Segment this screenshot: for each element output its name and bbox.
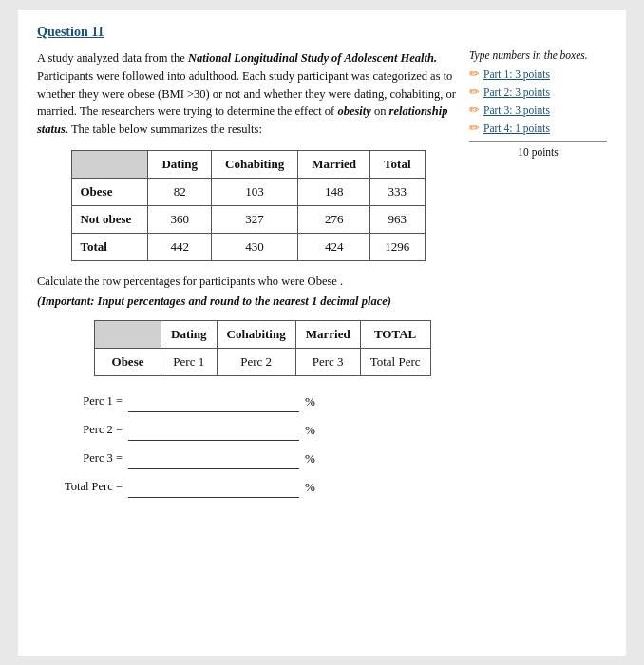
pencil-icon-4: ✏ — [469, 121, 480, 136]
perc-col-dating: Dating — [161, 320, 218, 348]
col-dating: Dating — [148, 150, 212, 178]
obese-total: 333 — [370, 178, 425, 205]
content-area: A study analyzed data from the National … — [37, 49, 607, 505]
perc-col-total: TOTAL — [360, 320, 430, 348]
sidebar-part1[interactable]: ✏ Part 1: 3 points — [469, 66, 607, 82]
col-total: Total — [370, 150, 425, 178]
perc2-percent: % — [305, 423, 315, 438]
notobese-married: 276 — [298, 205, 370, 233]
obese-dating: 82 — [148, 178, 212, 205]
calculate-text: Calculate the row percentages for partic… — [37, 275, 460, 289]
sidebar-part3-link[interactable]: Part 3: 3 points — [483, 104, 550, 116]
sidebar-part1-link[interactable]: Part 1: 3 points — [483, 68, 550, 80]
sidebar-type-label: Type numbers in the boxes. — [469, 49, 607, 61]
important-text: (Important: Input percentages and round … — [37, 294, 460, 309]
perc-cell-3: Perc 3 — [295, 348, 360, 375]
perc-cell-2: Perc 2 — [217, 348, 295, 375]
total-cohabiting: 430 — [212, 233, 298, 260]
totalperc-input[interactable] — [128, 477, 299, 498]
sidebar-part2-link[interactable]: Part 2: 3 points — [483, 86, 550, 98]
sidebar-part4[interactable]: ✏ Part 4: 1 points — [469, 121, 607, 136]
sidebar: Type numbers in the boxes. ✏ Part 1: 3 p… — [469, 49, 607, 505]
perc-cell-total: Total Perc — [360, 348, 430, 375]
perc3-input[interactable] — [128, 448, 299, 469]
perc2-input[interactable] — [128, 420, 299, 441]
input-row-totalperc: Total Perc = % — [37, 477, 460, 498]
obese-cohabiting: 103 — [212, 178, 298, 205]
row-notobese-label: Not obese — [72, 205, 148, 233]
input-row-perc3: Perc 3 = % — [37, 448, 460, 469]
notobese-cohabiting: 327 — [212, 205, 298, 233]
input-row-perc1: Perc 1 = % — [37, 391, 460, 412]
total-total: 1296 — [370, 233, 425, 260]
input-row-perc2: Perc 2 = % — [37, 420, 460, 441]
row-total-label: Total — [72, 233, 148, 260]
input-section: Perc 1 = % Perc 2 = % Perc 3 = % Total P… — [37, 391, 460, 498]
perc-row-obese-label: Obese — [95, 348, 161, 375]
perc-table: Dating Cohabiting Married TOTAL Obese Pe… — [94, 320, 431, 376]
data-table: Dating Cohabiting Married Total Obese 82… — [71, 150, 425, 261]
sidebar-part3[interactable]: ✏ Part 3: 3 points — [469, 103, 607, 118]
pencil-icon-1: ✏ — [469, 66, 480, 82]
sidebar-divider — [469, 141, 607, 142]
perc1-label: Perc 1 = — [37, 394, 123, 408]
notobese-dating: 360 — [148, 205, 212, 233]
page: Question 11 A study analyzed data from t… — [18, 10, 626, 656]
col-cohabiting: Cohabiting — [212, 150, 298, 178]
perc2-label: Perc 2 = — [37, 423, 123, 437]
perc3-label: Perc 3 = — [37, 451, 123, 466]
perc-col-cohabiting: Cohabiting — [217, 320, 295, 348]
obese-married: 148 — [298, 178, 370, 205]
intro-text: A study analyzed data from the National … — [37, 49, 460, 139]
question-title: Question 11 — [37, 25, 607, 40]
perc1-input[interactable] — [128, 391, 299, 412]
total-dating: 442 — [148, 233, 212, 260]
totalperc-percent: % — [305, 480, 315, 495]
totalperc-label: Total Perc = — [37, 480, 123, 494]
pencil-icon-3: ✏ — [469, 103, 480, 118]
perc3-percent: % — [305, 451, 315, 466]
notobese-total: 963 — [370, 205, 425, 233]
total-married: 424 — [298, 233, 370, 260]
sidebar-total-points: 10 points — [469, 146, 607, 158]
col-married: Married — [298, 150, 370, 178]
sidebar-part2[interactable]: ✏ Part 2: 3 points — [469, 85, 607, 100]
perc1-percent: % — [305, 394, 315, 409]
main-content: A study analyzed data from the National … — [37, 49, 460, 505]
row-obese-label: Obese — [72, 178, 148, 205]
pencil-icon-2: ✏ — [469, 85, 480, 100]
perc-col-married: Married — [295, 320, 360, 348]
perc-cell-1: Perc 1 — [161, 348, 218, 375]
sidebar-part4-link[interactable]: Part 4: 1 points — [483, 123, 550, 134]
